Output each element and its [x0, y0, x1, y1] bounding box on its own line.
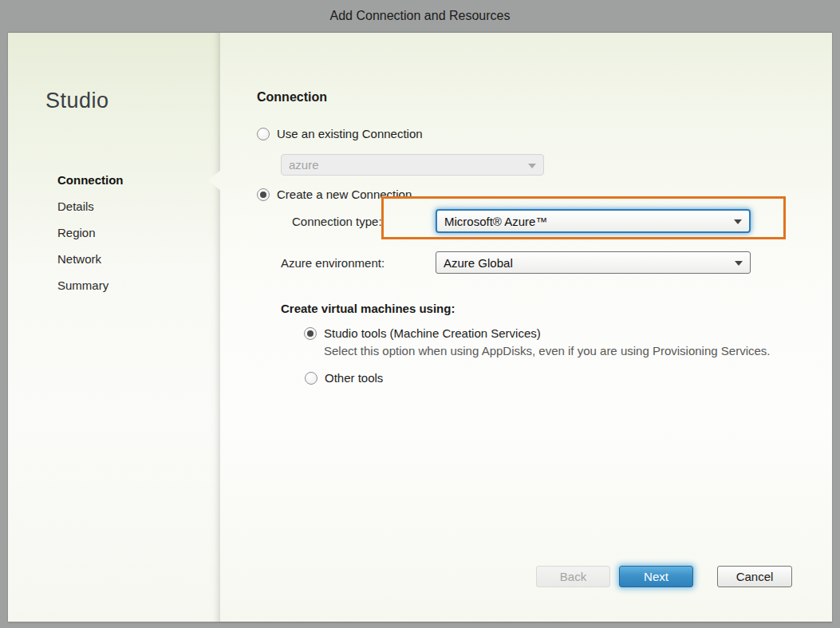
new-connection-option[interactable]: Create a new Connection — [257, 188, 412, 201]
existing-connection-option[interactable]: Use an existing Connection — [257, 127, 423, 140]
new-connection-label: Create a new Connection — [277, 188, 412, 201]
chevron-down-icon — [528, 164, 536, 168]
connection-type-dropdown[interactable]: Microsoft® Azure™ — [436, 209, 751, 233]
azure-environment-label: Azure environment: — [281, 256, 385, 270]
studio-tools-description: Select this option when using AppDisks, … — [324, 344, 770, 357]
active-step-pointer-icon — [208, 170, 221, 191]
existing-connection-dropdown: azure — [281, 154, 544, 176]
connection-type-value: Microsoft® Azure™ — [444, 215, 547, 228]
wizard-content: Connection Use an existing Connection az… — [8, 33, 832, 622]
wizard-dialog: Studio Connection Details Region Network… — [8, 32, 832, 622]
back-button: Back — [536, 566, 610, 587]
vm-section-heading: Create virtual machines using: — [281, 302, 455, 315]
other-tools-radio[interactable] — [305, 372, 317, 385]
azure-environment-dropdown[interactable]: Azure Global — [436, 251, 751, 274]
cancel-button[interactable]: Cancel — [717, 566, 792, 587]
chevron-down-icon — [735, 261, 743, 266]
existing-connection-radio[interactable] — [257, 128, 270, 140]
chevron-down-icon — [734, 219, 742, 224]
other-tools-label: Other tools — [325, 371, 383, 385]
studio-tools-label: Studio tools (Machine Creation Services) — [324, 326, 541, 340]
studio-tools-option[interactable]: Studio tools (Machine Creation Services) — [304, 326, 541, 340]
existing-connection-dropdown-value: azure — [289, 158, 319, 172]
page-title: Connection — [257, 90, 327, 105]
azure-environment-value: Azure Global — [444, 256, 513, 270]
studio-tools-radio[interactable] — [304, 327, 317, 340]
new-connection-radio[interactable] — [257, 188, 270, 201]
connection-type-label: Connection type: — [292, 215, 382, 228]
dialog-title: Add Connection and Resources — [0, 0, 840, 32]
next-button[interactable]: Next — [619, 566, 693, 587]
other-tools-option[interactable]: Other tools — [305, 371, 383, 385]
existing-connection-label: Use an existing Connection — [277, 127, 423, 140]
